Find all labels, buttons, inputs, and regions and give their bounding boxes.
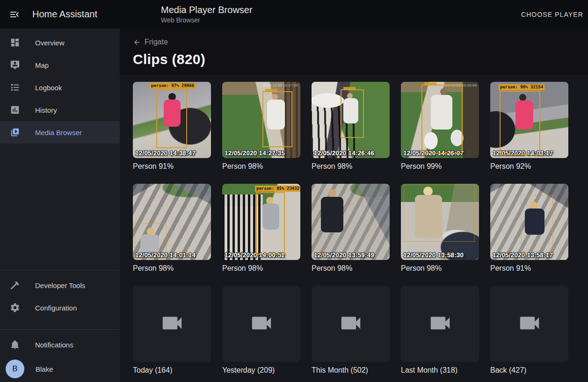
clip-thumbnail: 12/05/2020 13:59:49 — [312, 184, 390, 260]
clip-thumbnail: 12/05/2020 13:58:17 — [490, 184, 568, 260]
sidebar-item-media-browser[interactable]: Media Browser — [0, 121, 120, 144]
clip-title: Person 99% — [401, 162, 479, 171]
folder-thumbnail — [133, 286, 211, 362]
sidebar-divider — [0, 270, 120, 270]
sidebar-item-user[interactable]: B Blake — [0, 356, 120, 382]
folder-thumbnail — [401, 286, 479, 362]
video-camera-icon — [428, 310, 453, 338]
clip-card[interactable]: 12/05/2020 14:26:46 Person 98% — [312, 82, 390, 171]
view-dashboard-icon — [10, 37, 20, 48]
clip-title: Person 98% — [312, 162, 390, 171]
tooltip-account-icon — [10, 60, 20, 70]
arrow-left-icon — [133, 38, 141, 46]
clip-title: Person 98% — [401, 264, 479, 273]
clip-timestamp: 12/05/2020 14:27:35 — [225, 150, 285, 157]
breadcrumb-back[interactable]: Frigate — [133, 38, 168, 46]
page-title: Clips (820) — [133, 51, 575, 67]
clip-card[interactable]: person: 95% 23432 12/05/2020 14:00:52 Pe… — [222, 184, 300, 273]
detection-box — [156, 89, 187, 148]
clip-card[interactable]: person: 97% 29988 12/05/2020 14:38:47 Pe… — [133, 82, 211, 171]
folder-card-last-month[interactable]: Last Month (318) — [401, 286, 479, 375]
folder-card-this-month[interactable]: This Month (502) — [312, 286, 390, 375]
clip-timestamp: 12/05/2020 13:58:17 — [493, 252, 553, 259]
folder-card-yesterday[interactable]: Yesterday (209) — [222, 286, 300, 375]
clip-thumbnail: person: 97% 29988 12/05/2020 14:38:47 — [133, 82, 211, 158]
folder-title: Back (427) — [490, 366, 568, 375]
clip-thumbnail: 12/05/2020 13:58:30 — [401, 184, 479, 260]
clip-card[interactable]: 2020-12-05 16:27:35 12/05/2020 14:27:35 … — [222, 82, 300, 171]
detection-tag: person: 97% 29988 — [150, 83, 196, 89]
clip-timestamp: 12/05/2020 13:59:49 — [314, 252, 375, 259]
video-camera-icon — [160, 310, 185, 338]
detection-tag: person: 96% 32154 — [499, 84, 544, 90]
folder-title: Last Month (318) — [401, 366, 479, 375]
clip-card[interactable]: 12/05/2020 13:58:30 Person 98% — [401, 184, 479, 273]
sidebar-divider — [0, 329, 120, 330]
choose-player-button[interactable]: CHOOSE PLAYER — [516, 6, 588, 23]
sidebar-item-history[interactable]: History — [0, 99, 120, 121]
clip-thumbnail: 12/05/2020 14:26:46 — [312, 82, 390, 158]
clip-title: Person 98% — [222, 264, 300, 273]
clip-thumbnail: 2020-12-05 16:26:08 12/05/2020 14:26:07 — [401, 82, 479, 158]
sidebar-item-overview[interactable]: Overview — [0, 31, 120, 54]
play-box-multiple-icon — [10, 127, 20, 137]
sidebar-item-map[interactable]: Map — [0, 54, 120, 76]
detection-box — [404, 185, 475, 242]
detection-box — [262, 91, 292, 147]
sidebar-header: Home Assistant — [0, 9, 120, 20]
sidebar-item-configuration[interactable]: Configuration — [0, 296, 120, 319]
clip-thumbnail: person: 96% 32154 12/05/2020 14:03:17 — [490, 82, 568, 158]
camera-timestamp: 2020-12-05 16:27:35 — [263, 83, 298, 87]
folder-card-back[interactable]: Back (427) — [490, 286, 568, 375]
video-camera-icon — [249, 310, 274, 338]
header-title: Media Player Browser — [161, 4, 253, 15]
folder-title: Yesterday (209) — [222, 366, 300, 375]
sidebar-item-developer-tools[interactable]: Developer Tools — [0, 274, 120, 296]
folder-title: Today (164) — [133, 366, 211, 375]
detection-box — [341, 89, 364, 138]
clip-title: Person 98% — [222, 162, 300, 171]
clip-thumbnail: person: 95% 23432 12/05/2020 14:00:52 — [222, 184, 300, 260]
clip-card[interactable]: 12/05/2020 14:01:14 Person 98% — [133, 184, 211, 273]
breadcrumb-label: Frigate — [145, 38, 168, 46]
clip-timestamp: 12/05/2020 14:26:46 — [314, 150, 375, 157]
clip-card[interactable]: 2020-12-05 16:26:08 12/05/2020 14:26:07 … — [401, 82, 479, 171]
person-figure — [328, 189, 336, 197]
chart-box-icon — [10, 105, 20, 115]
detection-box — [421, 85, 463, 154]
detection-box — [256, 192, 285, 255]
avatar: B — [6, 360, 24, 378]
sidebar-spacer — [0, 144, 120, 270]
folder-title: This Month (502) — [312, 366, 390, 375]
detection-box — [135, 223, 167, 259]
page-header: Media Player Browser Web Browser — [161, 4, 253, 24]
user-name: Blake — [36, 365, 53, 373]
folder-card-today[interactable]: Today (164) — [133, 286, 211, 375]
clip-thumbnail: 2020-12-05 16:27:35 12/05/2020 14:27:35 — [222, 82, 300, 158]
menu-open-icon[interactable] — [9, 9, 20, 20]
content-header: Frigate Clips (820) — [120, 29, 588, 75]
clip-card[interactable]: 12/05/2020 13:58:17 Person 91% — [490, 184, 568, 273]
media-browser-content: Frigate Clips (820) person: 97% 29988 12… — [120, 29, 588, 382]
clip-thumbnail: 12/05/2020 14:01:14 — [133, 184, 211, 260]
folder-thumbnail — [490, 286, 568, 362]
clips-grid: person: 97% 29988 12/05/2020 14:38:47 Pe… — [120, 75, 588, 382]
hammer-icon — [10, 280, 20, 290]
sidebar-item-notifications[interactable]: Notifications — [0, 333, 120, 356]
clip-card[interactable]: person: 96% 32154 12/05/2020 14:03:17 Pe… — [490, 82, 568, 171]
top-bar: Home Assistant Media Player Browser Web … — [0, 0, 588, 29]
clip-card[interactable]: 12/05/2020 13:59:49 Person 98% — [312, 184, 390, 273]
sidebar: Overview Map Logbook History Media Brows… — [0, 29, 120, 382]
clip-title: Person 98% — [312, 264, 390, 273]
bell-icon — [10, 339, 20, 350]
clip-title: Person 91% — [490, 264, 568, 273]
header-subtitle: Web Browser — [161, 16, 253, 24]
detection-box — [521, 195, 553, 252]
sidebar-item-logbook[interactable]: Logbook — [0, 76, 120, 99]
detection-tag: person: 95% 23432 — [255, 186, 300, 192]
clip-timestamp: 12/05/2020 14:38:47 — [135, 150, 196, 157]
folder-thumbnail — [222, 286, 300, 362]
video-camera-icon — [338, 310, 363, 338]
clip-title: Person 92% — [490, 162, 568, 171]
format-list-bulleted-icon — [10, 82, 20, 93]
